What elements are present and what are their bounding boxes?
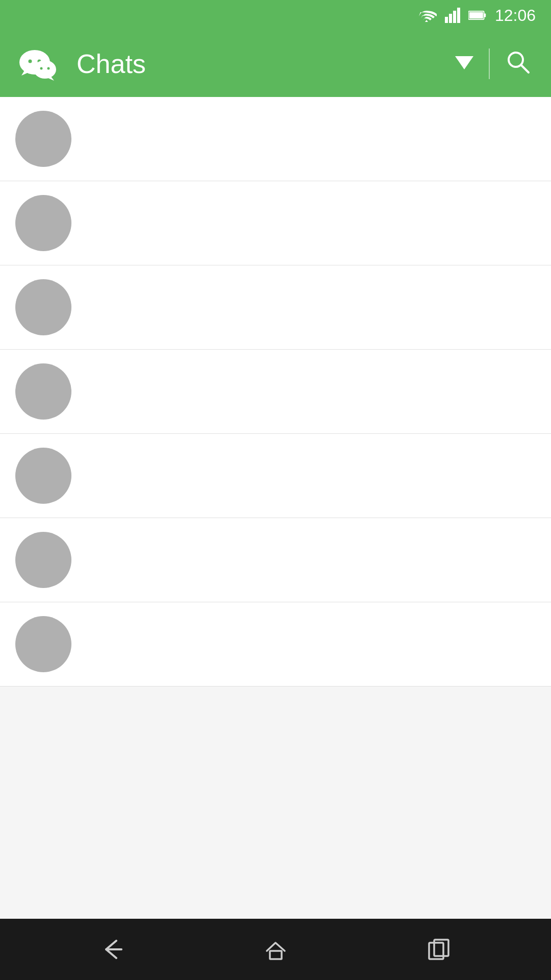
app-bar: Chats xyxy=(0,31,551,97)
avatar xyxy=(15,532,71,588)
wifi-icon xyxy=(416,8,437,23)
dropdown-arrow-icon xyxy=(455,56,473,69)
svg-point-8 xyxy=(29,60,32,63)
signal-icon xyxy=(445,8,460,23)
avatar xyxy=(15,363,71,420)
avatar xyxy=(15,111,71,167)
svg-point-10 xyxy=(34,60,56,79)
recents-button[interactable] xyxy=(417,928,461,971)
home-icon xyxy=(262,936,290,964)
svg-rect-1 xyxy=(449,14,452,23)
avatar xyxy=(15,279,71,335)
home-button[interactable] xyxy=(254,928,297,971)
wechat-logo xyxy=(15,41,61,87)
search-button[interactable] xyxy=(500,44,536,84)
svg-line-15 xyxy=(521,65,529,72)
svg-rect-0 xyxy=(445,17,448,23)
avatar xyxy=(15,448,71,504)
search-icon xyxy=(505,49,531,75)
status-time: 12:06 xyxy=(495,6,536,25)
avatar xyxy=(15,616,71,672)
svg-point-11 xyxy=(40,67,43,70)
svg-rect-16 xyxy=(270,951,282,959)
back-icon xyxy=(98,936,127,964)
chat-item[interactable] xyxy=(0,265,551,350)
chat-list xyxy=(0,97,551,919)
chat-item[interactable] xyxy=(0,350,551,434)
app-title: Chats xyxy=(77,48,440,79)
status-bar: 12:06 xyxy=(0,0,551,31)
svg-rect-2 xyxy=(453,11,456,23)
dropdown-button[interactable] xyxy=(450,50,479,79)
recents-icon xyxy=(425,936,453,964)
avatar xyxy=(15,195,71,251)
vertical-divider xyxy=(489,48,490,79)
svg-rect-5 xyxy=(469,12,483,19)
chat-item[interactable] xyxy=(0,181,551,265)
svg-point-12 xyxy=(47,67,50,70)
chat-item[interactable] xyxy=(0,602,551,687)
nav-bar xyxy=(0,919,551,980)
back-button[interactable] xyxy=(91,928,134,971)
app-bar-actions xyxy=(450,44,536,84)
chat-item[interactable] xyxy=(0,97,551,181)
svg-rect-3 xyxy=(457,8,460,23)
svg-marker-13 xyxy=(455,56,473,69)
battery-icon xyxy=(468,8,487,22)
chat-item[interactable] xyxy=(0,434,551,518)
chat-item[interactable] xyxy=(0,518,551,602)
svg-rect-6 xyxy=(484,13,486,17)
status-icons: 12:06 xyxy=(416,6,536,25)
